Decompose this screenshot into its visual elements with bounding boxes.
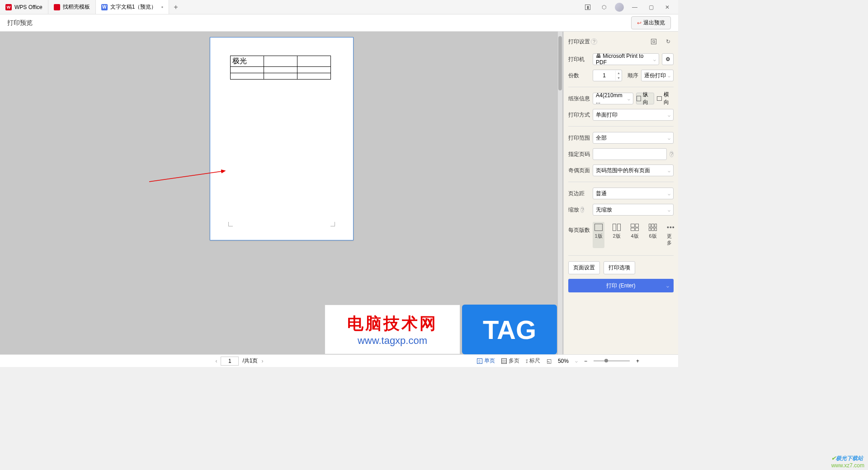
- orientation-portrait-button[interactable]: 纵向: [636, 93, 654, 104]
- zoom-value: 50%: [558, 358, 569, 364]
- copies-input[interactable]: [593, 72, 615, 79]
- page-setup-button[interactable]: 页面设置: [568, 261, 600, 274]
- paper-value: A4(210mm ...: [596, 92, 627, 105]
- page-margin-corner: [330, 222, 335, 226]
- page-next-button[interactable]: ›: [261, 358, 263, 364]
- margin-label: 页边距: [568, 190, 590, 197]
- duplex-label: 打印方式: [568, 111, 590, 119]
- new-tab-button[interactable]: +: [169, 0, 182, 14]
- chevron-down-icon: ⌵: [666, 283, 669, 288]
- spinner-down[interactable]: ▼: [616, 75, 622, 80]
- odd-even-value: 页码范围中的所有页面: [596, 167, 650, 174]
- layout-label: 每页版数: [568, 220, 590, 234]
- exit-preview-button[interactable]: ↩ 退出预览: [631, 16, 671, 29]
- ruler-toggle-button[interactable]: ⟟标尺: [526, 357, 540, 365]
- pages-input[interactable]: [593, 148, 667, 160]
- titlebar: W WPS Office 找稻壳模板 W 文字文稿1（预览） ● + ▮ ⬡ —…: [0, 0, 678, 14]
- printer-settings-button[interactable]: ⚙: [662, 53, 674, 65]
- portrait-icon: [637, 96, 641, 101]
- zoom-slider[interactable]: [594, 360, 630, 362]
- ruler-icon: ⟟: [526, 358, 528, 364]
- statusbar: ‹ /共1页 › ▯单页 ▯▯多页 ⟟标尺 ◱ 50% ⌵ − + ✔极光下载站…: [0, 354, 678, 367]
- exit-icon: ↩: [637, 20, 642, 26]
- chevron-down-icon: ⌵: [668, 113, 670, 118]
- print-button[interactable]: 打印 (Enter) ⌵: [568, 279, 674, 292]
- layout-icon[interactable]: ⧉: [648, 36, 659, 47]
- window-controls: ▮ ⬡ — ▢ ✕: [577, 0, 678, 14]
- help-icon[interactable]: ?: [591, 38, 597, 45]
- watermark-cn: 电脑技术网: [347, 313, 438, 335]
- vertical-scrollbar[interactable]: [558, 32, 562, 354]
- zoom-out-button[interactable]: −: [584, 358, 587, 364]
- template-icon: [54, 4, 60, 10]
- layout-1-button[interactable]: 1版: [593, 222, 604, 248]
- layout-4-button[interactable]: 4版: [629, 222, 641, 248]
- tab-templates[interactable]: 找稻壳模板: [48, 0, 96, 14]
- chevron-down-icon: ⌵: [653, 57, 656, 62]
- order-select[interactable]: 逐份打印 ⌵: [641, 70, 674, 81]
- layout-2-button[interactable]: 2版: [611, 222, 623, 248]
- duplex-value: 单面打印: [596, 111, 618, 119]
- scale-value: 无缩放: [596, 206, 612, 214]
- range-select[interactable]: 全部 ⌵: [593, 132, 674, 144]
- minimize-button[interactable]: —: [629, 2, 640, 13]
- panel-icon[interactable]: ▮: [582, 2, 593, 13]
- copies-spinner[interactable]: ▲▼: [593, 70, 622, 81]
- refresh-icon[interactable]: ↻: [663, 36, 674, 47]
- watermark-tag: TAG: [462, 305, 557, 354]
- chevron-down-icon: ⌵: [668, 191, 670, 196]
- printer-value: 🖶 Microsoft Print to PDF: [596, 53, 653, 66]
- word-doc-icon: W: [101, 4, 108, 10]
- page-prev-button[interactable]: ‹: [215, 358, 217, 364]
- paper-label: 纸张信息: [568, 95, 590, 103]
- document-table: 极光: [230, 56, 331, 80]
- odd-even-select[interactable]: 页码范围中的所有页面 ⌵: [593, 164, 674, 176]
- spinner-up[interactable]: ▲: [616, 70, 622, 75]
- maximize-button[interactable]: ▢: [646, 2, 656, 13]
- copies-label: 份数: [568, 72, 590, 80]
- preview-canvas[interactable]: 极光 电脑技术网 www.tagxp.com TAG: [0, 32, 563, 354]
- zoom-in-button[interactable]: +: [636, 358, 639, 364]
- margin-select[interactable]: 普通 ⌵: [593, 188, 674, 199]
- chevron-down-icon: ⌵: [668, 168, 670, 173]
- exit-label: 退出预览: [643, 19, 665, 27]
- tab-modified-dot: ●: [161, 5, 163, 9]
- view-multi-page-button[interactable]: ▯▯多页: [501, 357, 519, 365]
- landscape-icon: [657, 96, 662, 101]
- help-icon[interactable]: ?: [580, 207, 584, 213]
- tab-wps-office[interactable]: W WPS Office: [0, 0, 48, 14]
- multi-page-icon: ▯▯: [501, 358, 507, 364]
- help-icon[interactable]: ?: [670, 151, 674, 157]
- layout-6-button[interactable]: 6版: [647, 222, 659, 248]
- user-avatar[interactable]: [615, 3, 624, 12]
- page-number-input[interactable]: [221, 357, 239, 366]
- printer-select[interactable]: 🖶 Microsoft Print to PDF ⌵: [593, 53, 659, 65]
- sidebar-title: 打印设置?: [568, 38, 597, 46]
- layout-2-icon: [613, 224, 621, 231]
- watermark-url: www.tagxp.com: [358, 335, 427, 347]
- fit-page-button[interactable]: ◱: [547, 358, 552, 364]
- scrollbar-thumb[interactable]: [558, 36, 562, 90]
- cube-icon[interactable]: ⬡: [599, 2, 609, 13]
- page-preview[interactable]: 极光: [210, 37, 354, 240]
- view-single-page-button[interactable]: ▯单页: [477, 357, 495, 365]
- page-total: /共1页: [242, 357, 258, 365]
- close-button[interactable]: ✕: [662, 2, 673, 13]
- tab-document-active[interactable]: W 文字文稿1（预览） ●: [96, 0, 170, 14]
- print-options-button[interactable]: 打印选项: [604, 261, 635, 274]
- fit-icon: ◱: [547, 358, 552, 364]
- duplex-select[interactable]: 单面打印 ⌵: [593, 109, 674, 121]
- chevron-down-icon: ⌵: [627, 96, 630, 101]
- table-cell: 极光: [231, 56, 264, 67]
- chevron-down-icon: ⌵: [668, 73, 670, 78]
- gear-icon: ⚙: [665, 56, 670, 62]
- orientation-landscape-button[interactable]: 横向: [657, 93, 674, 104]
- order-label: 顺序: [627, 72, 638, 80]
- layout-more-button[interactable]: •••更多: [665, 222, 677, 248]
- scale-select[interactable]: 无缩放 ⌵: [593, 204, 674, 216]
- layout-1-icon: [594, 224, 603, 231]
- paper-select[interactable]: A4(210mm ... ⌵: [593, 93, 633, 104]
- chevron-down-icon[interactable]: ⌵: [575, 358, 578, 363]
- wps-logo-icon: W: [5, 4, 12, 10]
- zoom-slider-thumb[interactable]: [604, 359, 608, 362]
